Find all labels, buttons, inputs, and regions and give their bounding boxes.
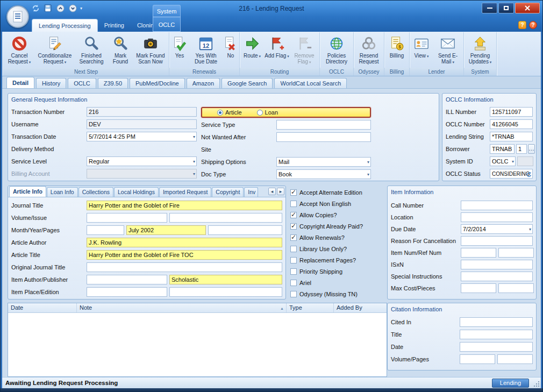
column-header-type[interactable]: Type: [287, 303, 334, 312]
close-button[interactable]: [515, 3, 540, 13]
max-cost-field[interactable]: [461, 283, 496, 293]
mark-found-scan-now-button[interactable]: Mark Found Scan Now: [133, 33, 168, 68]
tab-lending-processing[interactable]: Lending Processing: [32, 19, 98, 32]
tab-pubmed-docline[interactable]: PubMed/Docline: [130, 78, 185, 88]
checkbox-accept-alternate-edition[interactable]: ✓Accept Alternate Edition: [290, 188, 387, 197]
dropdown-arrow-icon[interactable]: ▾: [512, 158, 514, 166]
cited-in-field[interactable]: [460, 317, 533, 327]
tab-worldcat-local-search[interactable]: WorldCat Local Search: [274, 78, 347, 88]
special-instructions-field[interactable]: [461, 272, 533, 281]
tab-oclc-ribbon[interactable]: OCLC: [153, 17, 181, 32]
tab-amazon[interactable]: Amazon: [187, 78, 220, 88]
refresh-icon[interactable]: [31, 3, 40, 13]
checkbox-library-use-only[interactable]: Library Use Only?: [290, 244, 387, 253]
tab-invoice[interactable]: Inv: [244, 187, 258, 197]
borrower-browse-button[interactable]: …: [528, 144, 535, 154]
citation-date-field[interactable]: [460, 342, 533, 352]
tab-scroll-left-icon[interactable]: ◂: [268, 188, 276, 195]
month-field[interactable]: [87, 225, 124, 235]
tab-z3950[interactable]: Z39.50: [98, 78, 128, 88]
tab-article-info[interactable]: Article Info: [9, 186, 46, 197]
billing-button[interactable]: $ Billing: [385, 33, 409, 68]
dropdown-arrow-icon[interactable]: ▾: [367, 158, 369, 167]
previous-record-icon[interactable]: [55, 3, 65, 13]
original-journal-title-field[interactable]: [87, 262, 282, 272]
tab-scroll-right-icon[interactable]: ▸: [277, 188, 284, 195]
add-flag-button[interactable]: Add Flag ▾: [264, 33, 290, 68]
doc-type-field[interactable]: Book▾: [276, 169, 371, 179]
checkbox-accept-non-english[interactable]: Accept Non English: [290, 199, 387, 208]
transaction-number-field[interactable]: 216: [87, 107, 197, 117]
pieces-field[interactable]: [498, 283, 534, 293]
next-record-icon[interactable]: [68, 3, 77, 13]
tab-oclc[interactable]: OCLC: [68, 78, 96, 88]
lending-badge[interactable]: Lending: [492, 379, 529, 388]
shipping-options-field[interactable]: Mail▾: [276, 157, 371, 167]
tab-loan-info[interactable]: Loan Info: [47, 187, 78, 197]
mark-found-button[interactable]: Mark Found: [108, 33, 133, 68]
notes-table-body[interactable]: [8, 313, 387, 376]
not-wanted-after-field[interactable]: [276, 132, 371, 142]
tab-detail[interactable]: Detail: [6, 77, 34, 88]
item-edition-field[interactable]: [169, 287, 282, 297]
article-author-field[interactable]: J.K. Rowling: [87, 238, 282, 247]
item-author-field[interactable]: [87, 275, 167, 284]
minimize-button[interactable]: [482, 3, 497, 13]
tab-history[interactable]: History: [36, 78, 66, 88]
journal-title-field[interactable]: Harry Potter and the Goblet of Fire: [87, 201, 282, 210]
save-icon[interactable]: [43, 3, 53, 13]
finished-searching-button[interactable]: Finished Searching: [75, 33, 108, 68]
application-menu-button[interactable]: [6, 5, 29, 28]
checkbox-replacement-pages[interactable]: Replacement Pages?: [290, 255, 387, 265]
resize-grip[interactable]: [533, 381, 540, 387]
tab-copyright[interactable]: Copyright: [212, 187, 244, 197]
oclc-status-field[interactable]: CONSIDERING: [490, 169, 533, 179]
dropdown-arrow-icon[interactable]: ▾: [193, 133, 195, 141]
item-publisher-field[interactable]: Scholastic: [169, 275, 282, 284]
checkbox-allow-copies[interactable]: ✓Allow Copies?: [290, 210, 387, 219]
column-header-note[interactable]: Note▲: [77, 303, 287, 312]
citation-pages-field[interactable]: [497, 354, 533, 364]
year-field[interactable]: July 2002: [126, 225, 206, 235]
renewal-yes-with-due-date-button[interactable]: 12 Yes With Due Date: [189, 33, 223, 68]
item-place-field[interactable]: [87, 287, 167, 297]
help-icon[interactable]: ?: [529, 21, 537, 29]
refresh-status-icon[interactable]: [526, 171, 532, 179]
renewal-yes-button[interactable]: Yes: [170, 33, 189, 68]
cancel-request-button[interactable]: Cancel Request ▾: [4, 33, 35, 68]
resend-request-button[interactable]: Resend Request: [354, 33, 383, 68]
policies-directory-button[interactable]: Policies Directory: [320, 33, 353, 68]
item-num-field[interactable]: [461, 248, 496, 258]
username-field[interactable]: DEV: [87, 119, 197, 129]
feedback-icon[interactable]: ?: [518, 21, 526, 29]
due-date-field[interactable]: 7/2/2014▾: [461, 224, 533, 234]
checkbox-odyssey-missing-tn[interactable]: Odyssey (Missing TN): [290, 289, 387, 298]
view-button[interactable]: View ▾: [410, 33, 433, 68]
reason-for-cancellation-field[interactable]: [461, 236, 533, 246]
service-type-field[interactable]: [276, 120, 371, 130]
borrower-count-field[interactable]: 1: [516, 144, 527, 154]
volume-field[interactable]: [87, 213, 167, 223]
tab-google-search[interactable]: Google Search: [222, 78, 273, 88]
maximize-button[interactable]: [498, 3, 514, 13]
isxn-field[interactable]: [461, 260, 533, 269]
dropdown-arrow-icon[interactable]: ▾: [193, 158, 195, 166]
tab-collections[interactable]: Collections: [78, 187, 113, 197]
pending-updates-button[interactable]: Pending Updates ▾: [465, 33, 496, 68]
transaction-date-field[interactable]: 5/7/2014 4:25 PM▾: [87, 132, 197, 141]
location-field[interactable]: [461, 212, 533, 222]
qat-customize-icon[interactable]: ▾: [80, 6, 82, 11]
dropdown-arrow-icon[interactable]: ▾: [529, 225, 531, 234]
renewal-no-button[interactable]: No: [223, 33, 239, 68]
pages-field[interactable]: [208, 225, 282, 235]
ref-num-field[interactable]: [498, 248, 534, 258]
ill-number-field[interactable]: 125711097: [490, 107, 533, 117]
issue-field[interactable]: [169, 213, 282, 223]
tab-printing[interactable]: Printing: [98, 19, 131, 32]
article-title-field[interactable]: Harry Potter and the Goblet of Fire TOC: [87, 250, 282, 260]
checkbox-ariel[interactable]: Ariel: [290, 278, 387, 287]
send-email-button[interactable]: Send E-Mail ▾: [433, 33, 463, 68]
dropdown-arrow-icon[interactable]: ▾: [367, 170, 369, 179]
call-number-field[interactable]: [461, 201, 533, 210]
citation-volume-field[interactable]: [460, 354, 495, 364]
